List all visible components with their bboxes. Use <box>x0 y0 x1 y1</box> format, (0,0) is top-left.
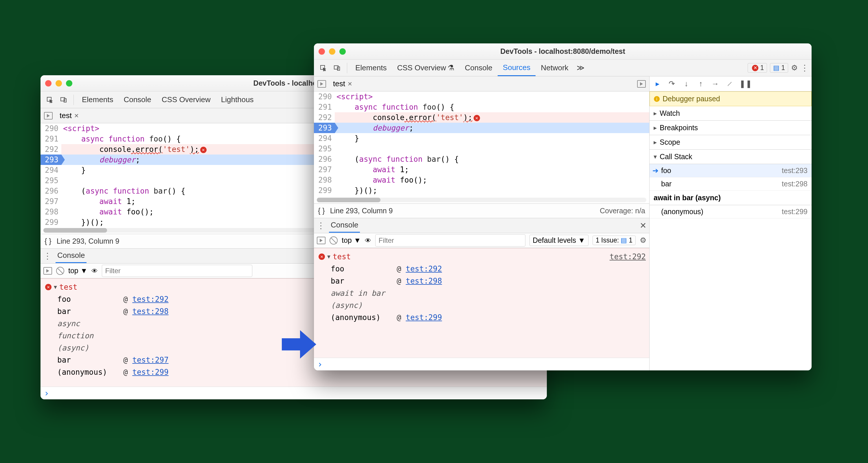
minimize-window-icon[interactable] <box>329 48 335 55</box>
console-prompt[interactable]: › <box>314 358 649 370</box>
zoom-window-icon[interactable] <box>339 48 346 55</box>
device-toggle-icon[interactable] <box>332 63 342 73</box>
line-number[interactable]: 299 <box>314 185 335 196</box>
console-output[interactable]: ✕ ▼ test test:292 foo@ test:292bar@ test… <box>314 248 649 358</box>
line-number[interactable]: 298 <box>314 175 335 185</box>
section-breakpoints[interactable]: ▸Breakpoints <box>650 121 812 135</box>
live-expression-icon[interactable] <box>365 236 371 245</box>
scroll-thumb[interactable] <box>317 198 380 202</box>
zoom-window-icon[interactable] <box>66 80 72 87</box>
device-toggle-icon[interactable] <box>58 95 69 105</box>
kebab-menu-icon[interactable]: ⋮ <box>801 63 809 73</box>
expand-icon[interactable]: ▼ <box>54 281 57 293</box>
more-tabs-icon[interactable]: ≫ <box>574 63 587 72</box>
pause-exceptions-icon[interactable]: ❚❚ <box>739 79 749 88</box>
tab-elements[interactable]: Elements <box>350 60 392 76</box>
expand-icon[interactable]: ▼ <box>327 251 331 263</box>
drawer-tab-console[interactable]: Console <box>56 249 87 263</box>
code-line[interactable]: 299 })(); <box>314 185 649 196</box>
stack-frame[interactable]: await in bar (async) <box>317 287 646 311</box>
line-number[interactable]: 290 <box>314 91 335 102</box>
section-scope[interactable]: ▸Scope <box>650 135 812 150</box>
line-number[interactable]: 299 <box>40 217 61 227</box>
close-tab-icon[interactable]: ✕ <box>347 81 352 87</box>
drawer-tab-console[interactable]: Console <box>329 218 360 233</box>
navigator-toggle-icon[interactable] <box>317 80 326 88</box>
console-prompt[interactable]: › <box>40 387 547 399</box>
tab-console[interactable]: Console <box>118 91 156 108</box>
frame-location[interactable]: test:299 <box>782 208 808 216</box>
file-tab-test[interactable]: test ✕ <box>330 78 355 89</box>
code-line[interactable]: 293 debugger; <box>314 123 649 133</box>
close-window-icon[interactable] <box>45 80 52 87</box>
code-line[interactable]: 296 (async function bar() { <box>314 154 649 164</box>
frame-location[interactable]: @ test:292 <box>397 263 442 275</box>
tab-css-overview[interactable]: CSS Overview ⚗ <box>392 60 460 76</box>
frame-location[interactable]: test:293 <box>782 166 808 175</box>
code-line[interactable]: 292 console.error('test');✕ <box>314 112 649 123</box>
frame-location[interactable]: @ test:298 <box>123 305 169 317</box>
format-icon[interactable]: { } <box>318 207 325 215</box>
frame-location[interactable]: @ test:299 <box>123 366 169 378</box>
close-drawer-icon[interactable]: ✕ <box>640 221 646 230</box>
code-line[interactable]: 295 <box>314 144 649 154</box>
line-number[interactable]: 294 <box>40 165 61 175</box>
tab-css-overview[interactable]: CSS Overview <box>157 91 216 108</box>
resume-icon[interactable]: ▸ <box>652 79 662 88</box>
console-settings-icon[interactable]: ⚙ <box>640 236 646 245</box>
code-line[interactable]: 294 } <box>314 133 649 144</box>
step-out-icon[interactable]: ↑ <box>696 79 706 88</box>
line-number[interactable]: 298 <box>40 207 61 217</box>
line-number[interactable]: 300 <box>314 196 335 196</box>
clear-console-icon[interactable] <box>330 237 338 245</box>
callstack-frame[interactable]: ➔footest:293 <box>650 164 812 177</box>
line-number[interactable]: 296 <box>314 154 335 164</box>
line-number[interactable]: 292 <box>40 144 61 155</box>
close-tab-icon[interactable]: ✕ <box>74 112 79 119</box>
navigator-toggle-icon[interactable] <box>44 112 53 120</box>
format-icon[interactable]: { } <box>44 237 52 245</box>
log-levels-selector[interactable]: Default levels ▼ <box>529 235 589 246</box>
traffic-lights[interactable] <box>318 48 346 55</box>
line-number[interactable]: 292 <box>314 112 335 123</box>
line-number[interactable]: 290 <box>40 123 61 134</box>
drawer-menu-icon[interactable]: ⋮ <box>317 221 326 230</box>
stack-frame[interactable]: (anonymous)@ test:299 <box>317 311 646 323</box>
line-number[interactable]: 293 <box>314 123 335 133</box>
clear-console-icon[interactable] <box>56 267 64 275</box>
frame-location[interactable]: @ test:299 <box>397 311 442 323</box>
tab-network[interactable]: Network <box>535 60 574 76</box>
live-expression-icon[interactable] <box>91 267 98 275</box>
console-filter-input[interactable] <box>375 235 525 247</box>
code-line[interactable]: 290<script> <box>314 91 649 102</box>
tab-elements[interactable]: Elements <box>77 91 118 108</box>
source-editor[interactable]: 290<script>291 async function foo() {292… <box>314 91 649 196</box>
code-line[interactable]: 297 await 1; <box>314 164 649 175</box>
issue-count-pill[interactable]: ▤1 <box>770 63 788 73</box>
settings-icon[interactable]: ⚙ <box>791 63 798 72</box>
line-number[interactable]: 291 <box>40 134 61 144</box>
stack-frame[interactable]: foo@ test:292 <box>317 263 646 275</box>
step-into-icon[interactable]: ↓ <box>681 79 691 88</box>
minimize-window-icon[interactable] <box>56 80 62 87</box>
callstack-frame[interactable]: (anonymous)test:299 <box>650 205 812 218</box>
more-tabs-icon[interactable] <box>637 80 646 88</box>
step-over-icon[interactable]: ↷ <box>667 79 677 88</box>
scroll-thumb[interactable] <box>43 228 107 233</box>
callstack-frame[interactable]: bartest:298 <box>650 177 812 191</box>
frame-location[interactable]: @ test:297 <box>123 354 169 366</box>
step-icon[interactable]: → <box>710 79 720 88</box>
line-number[interactable]: 294 <box>314 133 335 144</box>
frame-location[interactable]: test:298 <box>782 180 808 188</box>
context-selector[interactable]: top ▼ <box>68 267 87 275</box>
issues-pill[interactable]: 1 Issue: ▤ 1 <box>593 236 636 245</box>
tab-console[interactable]: Console <box>460 60 497 76</box>
inspect-icon[interactable] <box>44 95 55 105</box>
stack-frame[interactable]: bar@ test:298 <box>317 275 646 287</box>
error-count-pill[interactable]: ✕1 <box>748 63 767 73</box>
drawer-menu-icon[interactable]: ⋮ <box>43 251 52 261</box>
file-tab-test[interactable]: test ✕ <box>57 110 82 121</box>
tab-lighthouse[interactable]: Lighthous <box>216 91 259 108</box>
line-number[interactable]: 295 <box>314 144 335 154</box>
code-line[interactable]: 298 await foo(); <box>314 175 649 185</box>
